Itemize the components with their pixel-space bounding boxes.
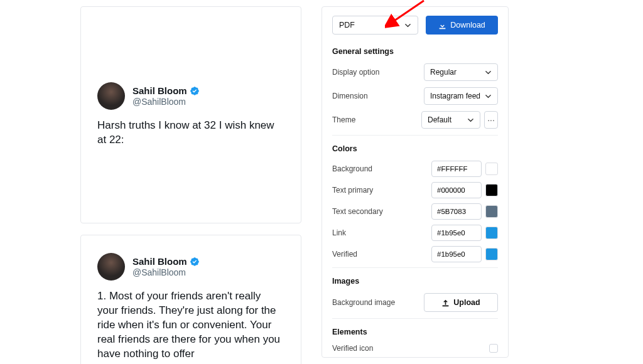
divider <box>332 318 498 319</box>
avatar <box>97 82 125 110</box>
author-name: Sahil Bloom <box>132 85 187 96</box>
dimension-label: Dimension <box>332 92 368 100</box>
color-label: Text primary <box>332 186 373 195</box>
divider <box>332 135 498 136</box>
format-select[interactable]: PDF <box>332 16 418 35</box>
author-handle: @SahilBloom <box>132 267 200 277</box>
verified-icon <box>190 86 200 96</box>
divider <box>332 267 498 268</box>
color-input-1[interactable] <box>431 182 482 198</box>
color-label: Verified <box>332 250 357 259</box>
tweet-text: 1. Most of your friends aren't really yo… <box>97 289 284 361</box>
element-label: Verified icon <box>332 344 373 353</box>
author-name: Sahil Bloom <box>132 256 187 267</box>
section-elements: Elements <box>332 328 498 336</box>
verified-icon <box>190 257 200 267</box>
tweet-text: Harsh truths I know at 32 I wish knew at… <box>97 119 284 147</box>
download-label: Download <box>450 21 485 29</box>
color-swatch-2[interactable] <box>485 205 498 218</box>
settings-panel: PDF Download General settings Display op… <box>322 6 509 358</box>
avatar <box>97 253 125 281</box>
color-label: Text secondary <box>332 207 383 216</box>
color-label: Background <box>332 164 372 173</box>
theme-label: Theme <box>332 115 355 124</box>
display-label: Display option <box>332 68 379 77</box>
tweet-card-1: Sahil Bloom @SahilBloom Harsh truths I k… <box>80 6 301 223</box>
chevron-down-icon <box>467 117 474 124</box>
color-swatch-3[interactable] <box>485 227 498 239</box>
download-button[interactable]: Download <box>426 16 498 35</box>
chevron-down-icon <box>485 93 492 100</box>
format-value: PDF <box>339 21 355 29</box>
dimension-select[interactable]: Instagram feed <box>424 87 498 105</box>
color-swatch-1[interactable] <box>485 184 498 196</box>
color-swatch-0[interactable] <box>485 163 498 175</box>
color-input-2[interactable] <box>431 203 482 220</box>
chevron-down-icon <box>404 22 411 29</box>
section-general: General settings <box>332 47 498 56</box>
display-select[interactable]: Regular <box>424 63 498 81</box>
element-checkbox-0[interactable] <box>489 344 498 353</box>
section-colors: Colors <box>332 144 498 153</box>
download-icon <box>438 21 446 29</box>
theme-select[interactable]: Default <box>421 111 480 129</box>
color-input-0[interactable] <box>431 161 482 177</box>
theme-more-button[interactable]: ··· <box>484 111 498 129</box>
author-handle: @SahilBloom <box>132 97 200 107</box>
color-input-4[interactable] <box>431 246 482 262</box>
upload-icon <box>441 299 450 307</box>
color-label: Link <box>332 228 346 237</box>
chevron-down-icon <box>485 69 492 76</box>
bgimage-label: Background image <box>332 298 395 307</box>
color-input-3[interactable] <box>431 225 482 241</box>
section-images: Images <box>332 277 498 286</box>
color-swatch-4[interactable] <box>485 248 498 260</box>
tweet-card-2: Sahil Bloom @SahilBloom 1. Most of your … <box>80 235 301 364</box>
upload-button[interactable]: Upload <box>424 293 498 312</box>
